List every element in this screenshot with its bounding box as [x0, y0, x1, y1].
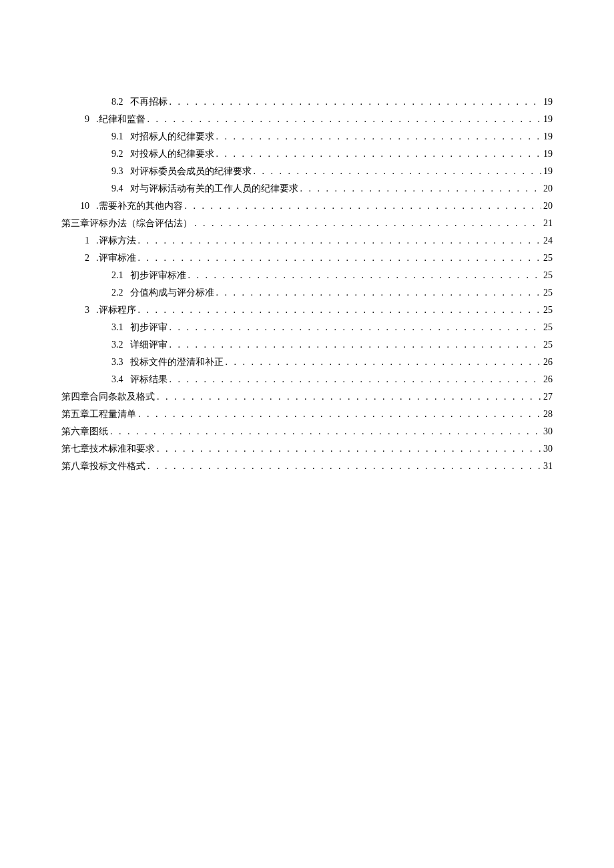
toc-leader-dots — [136, 250, 542, 267]
toc-text: .评标程序 — [96, 302, 136, 319]
toc-entry: 第四章合同条款及格式 27 — [61, 388, 553, 406]
toc-page: 28 — [541, 406, 553, 423]
toc-text: 对评标委员会成员的纪律要求 — [130, 163, 252, 180]
toc-number: 2.2 — [111, 284, 130, 302]
toc-number: 2 — [85, 250, 96, 267]
toc-text: 投标文件的澄清和补正 — [130, 354, 224, 371]
toc-entry: 9.1 对招标人的纪律要求 19 — [61, 128, 553, 145]
toc-page: 19 — [541, 128, 553, 145]
toc-number: 3 — [85, 302, 96, 319]
toc-entry: 9 .纪律和监督 19 — [61, 111, 553, 128]
toc-text: 对与评标活动有关的工作人员的纪律要求 — [130, 180, 298, 197]
toc-text: 初步评审 — [130, 319, 168, 336]
toc-number: 3.3 — [111, 354, 130, 371]
toc-page: 19 — [541, 93, 553, 111]
toc-leader-dots — [136, 232, 542, 250]
toc-page: 19 — [541, 145, 553, 163]
toc-page: 25 — [541, 302, 553, 319]
toc-leader-dots — [108, 423, 541, 440]
toc-page: 25 — [541, 284, 553, 302]
toc-text: 第三章评标办法（综合评估法） — [61, 215, 192, 232]
toc-number: 3.4 — [111, 371, 130, 388]
toc-text: .需要补充的其他内容 — [96, 197, 183, 215]
toc-page: 26 — [541, 354, 553, 371]
toc-page: 24 — [541, 232, 553, 250]
toc-entry: 3.3 投标文件的澄清和补正 26 — [61, 354, 553, 371]
toc-entry: 9.2 对投标人的纪律要求 19 — [61, 145, 553, 163]
toc-text: .评审标准 — [96, 250, 136, 267]
toc-page: 26 — [541, 371, 553, 388]
toc-leader-dots — [214, 145, 542, 163]
toc-page: 27 — [541, 388, 553, 406]
toc-entry: 3 .评标程序 25 — [61, 302, 553, 319]
toc-entry: 2.1 初步评审标准 25 — [61, 267, 553, 284]
toc-leader-dots — [183, 197, 542, 215]
toc-number: 2.1 — [111, 267, 130, 284]
toc-entry: 2 .评审标准 25 — [61, 250, 553, 267]
toc-page: 21 — [541, 215, 553, 232]
toc-page: 25 — [541, 336, 553, 354]
toc-leader-dots — [214, 128, 542, 145]
toc-page: 25 — [541, 267, 553, 284]
toc-number: 8.2 — [111, 93, 130, 111]
toc-leader-dots — [145, 458, 541, 475]
toc-number: 3.2 — [111, 336, 130, 354]
toc-entry: 第三章评标办法（综合评估法） 21 — [61, 215, 553, 232]
toc-entry: 3.1 初步评审 25 — [61, 319, 553, 336]
toc-text: 第六章图纸 — [61, 423, 108, 440]
toc-number: 9.3 — [111, 163, 130, 180]
toc-text: 评标结果 — [130, 371, 168, 388]
toc-entry: 9.3 对评标委员会成员的纪律要求 19 — [61, 163, 553, 180]
toc-page: 20 — [541, 197, 553, 215]
toc-leader-dots — [252, 163, 542, 180]
toc-entry: 第六章图纸 30 — [61, 423, 553, 440]
toc-leader-dots — [145, 111, 542, 128]
toc-leader-dots — [224, 354, 542, 371]
toc-page: 20 — [541, 180, 553, 197]
toc-entry: 9.4 对与评标活动有关的工作人员的纪律要求 20 — [61, 180, 553, 197]
toc-text: 对投标人的纪律要求 — [130, 145, 214, 163]
toc-leader-dots — [168, 319, 542, 336]
toc-entry: 8.2 不再招标 19 — [61, 93, 553, 111]
toc-text: 第八章投标文件格式 — [61, 458, 145, 475]
toc-number: 9.4 — [111, 180, 130, 197]
toc-leader-dots — [168, 336, 542, 354]
toc-page: 30 — [541, 423, 553, 440]
toc-number: 3.1 — [111, 319, 130, 336]
toc-page: 25 — [541, 250, 553, 267]
toc-leader-dots — [168, 93, 542, 111]
toc-leader-dots — [192, 215, 541, 232]
toc-leader-dots — [136, 406, 541, 423]
toc-text: 详细评审 — [130, 336, 168, 354]
toc-text: 对招标人的纪律要求 — [130, 128, 214, 145]
toc-entry: 1 .评标方法 24 — [61, 232, 553, 250]
toc-text: .评标方法 — [96, 232, 136, 250]
toc-leader-dots — [186, 267, 542, 284]
toc-leader-dots — [214, 284, 542, 302]
toc-page: 19 — [541, 163, 553, 180]
toc-text: 初步评审标准 — [130, 267, 186, 284]
toc-entry: 3.4 评标结果 26 — [61, 371, 553, 388]
toc-text: 第五章工程量清单 — [61, 406, 136, 423]
toc-text: 不再招标 — [130, 93, 168, 111]
toc-entry: 3.2 详细评审 25 — [61, 336, 553, 354]
toc-entry: 第七章技术标准和要求 30 — [61, 440, 553, 458]
toc-entry: 10 .需要补充的其他内容 20 — [61, 197, 553, 215]
toc-number: 1 — [85, 232, 96, 250]
toc-text: 分值构成与评分标准 — [130, 284, 214, 302]
toc-page: 25 — [541, 319, 553, 336]
toc-leader-dots — [155, 440, 541, 458]
toc-leader-dots — [155, 388, 541, 406]
toc-leader-dots — [136, 302, 542, 319]
toc-text: .纪律和监督 — [96, 111, 145, 128]
toc-leader-dots — [298, 180, 542, 197]
toc-number: 10 — [80, 197, 96, 215]
toc-entry: 2.2 分值构成与评分标准 25 — [61, 284, 553, 302]
toc-text: 第七章技术标准和要求 — [61, 440, 155, 458]
toc-page: 30 — [541, 440, 553, 458]
toc-page: 19 — [541, 111, 553, 128]
table-of-contents: 8.2 不再招标 19 9 .纪律和监督 19 9.1 对招标人的纪律要求 19… — [61, 93, 553, 475]
toc-entry: 第八章投标文件格式 31 — [61, 458, 553, 475]
toc-page: 31 — [541, 458, 553, 475]
toc-entry: 第五章工程量清单 28 — [61, 406, 553, 423]
